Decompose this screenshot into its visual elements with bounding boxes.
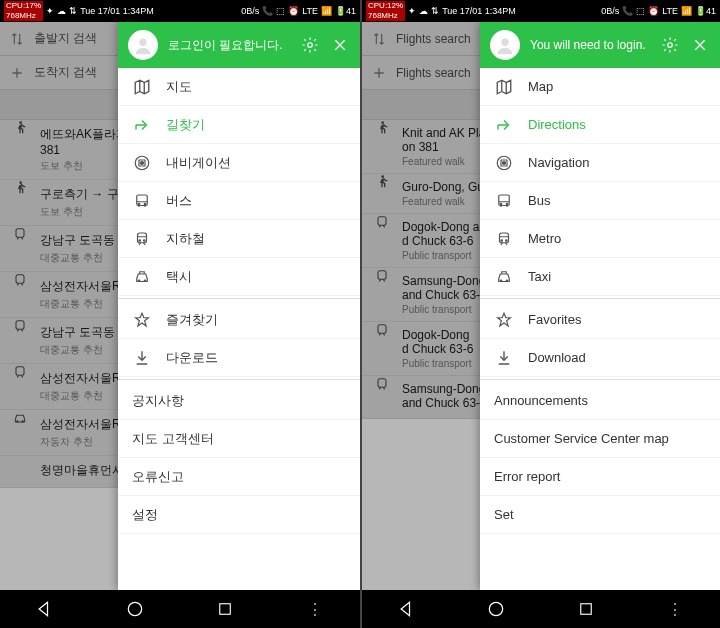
login-prompt[interactable]: You will need to login. (530, 38, 650, 52)
menu-label: Navigation (528, 155, 589, 170)
nav-recent-button[interactable] (213, 597, 237, 621)
cpu-tag: CPU:12%768MHz (366, 1, 405, 21)
settings-button[interactable] (300, 35, 320, 55)
menu-item-directions[interactable]: 길찾기 (118, 106, 360, 144)
directions-icon (132, 115, 152, 135)
svg-point-14 (144, 203, 146, 205)
bus-icon (132, 191, 152, 211)
phone-1: CPU:12%768MHz ✦ ☁⇅ Tue 17/01 1:34PM 0B/s… (360, 0, 720, 628)
menu-label: Set (494, 507, 514, 522)
svg-point-34 (506, 203, 508, 205)
nav-home-button[interactable] (123, 597, 147, 621)
menu-item-nav[interactable]: Navigation (480, 144, 720, 182)
menu-item-metro[interactable]: 지하철 (118, 220, 360, 258)
star-icon (494, 310, 514, 330)
menu-item-download[interactable]: 다운로드 (118, 339, 360, 377)
svg-point-33 (500, 203, 502, 205)
nav-back-button[interactable] (33, 597, 57, 621)
close-button[interactable] (690, 35, 710, 55)
nav-menu-button[interactable]: ⋮ (663, 597, 687, 621)
close-button[interactable] (330, 35, 350, 55)
metro-icon (132, 229, 152, 249)
menu-label: 지도 (166, 78, 192, 96)
menu-item-text[interactable]: Error report (480, 458, 720, 496)
menu-item-star[interactable]: 즐겨찾기 (118, 301, 360, 339)
menu-item-text[interactable]: 지도 고객센터 (118, 420, 360, 458)
phone-0: CPU:17%768MHz ✦ ☁⇅ Tue 17/01 1:34PM 0B/s… (0, 0, 360, 628)
nav-menu-button[interactable]: ⋮ (303, 597, 327, 621)
menu-item-text[interactable]: 공지사항 (118, 382, 360, 420)
menu-item-text[interactable]: Set (480, 496, 720, 534)
svg-point-20 (128, 602, 141, 615)
avatar[interactable] (128, 30, 158, 60)
svg-point-9 (308, 43, 313, 48)
menu-item-taxi[interactable]: 택시 (118, 258, 360, 296)
menu-item-nav[interactable]: 내비게이션 (118, 144, 360, 182)
menu-label: Favorites (528, 312, 581, 327)
divider (118, 379, 360, 380)
avatar[interactable] (490, 30, 520, 60)
side-drawer: You will need to login. Map Directions N… (480, 22, 720, 590)
drawer-header: 로그인이 필요합니다. (118, 22, 360, 68)
menu-label: Error report (494, 469, 560, 484)
menu-label: Announcements (494, 393, 588, 408)
menu-item-text[interactable]: Announcements (480, 382, 720, 420)
taxi-icon (132, 267, 152, 287)
svg-point-11 (141, 161, 144, 164)
menu-label: Metro (528, 231, 561, 246)
metro-icon (494, 229, 514, 249)
menu-label: 택시 (166, 268, 192, 286)
svg-point-28 (501, 39, 508, 46)
svg-point-39 (506, 280, 508, 282)
status-time: Tue 17/01 1:34PM (442, 6, 516, 16)
menu-label: 공지사항 (132, 392, 184, 410)
menu-label: 버스 (166, 192, 192, 210)
svg-point-40 (490, 602, 503, 615)
menu-item-bus[interactable]: Bus (480, 182, 720, 220)
svg-point-29 (668, 43, 673, 48)
svg-point-18 (138, 280, 140, 282)
drawer-body[interactable]: Map Directions Navigation Bus Metro Taxi… (480, 68, 720, 590)
login-prompt[interactable]: 로그인이 필요합니다. (168, 37, 290, 54)
menu-item-taxi[interactable]: Taxi (480, 258, 720, 296)
menu-item-bus[interactable]: 버스 (118, 182, 360, 220)
svg-point-31 (503, 161, 506, 164)
menu-label: 지도 고객센터 (132, 430, 214, 448)
menu-item-metro[interactable]: Metro (480, 220, 720, 258)
drawer-body[interactable]: 지도 길찾기 내비게이션 버스 지하철 택시 즐겨찾기 (118, 68, 360, 590)
menu-label: Bus (528, 193, 550, 208)
status-bar: CPU:17%768MHz ✦ ☁⇅ Tue 17/01 1:34PM 0B/s… (0, 0, 360, 22)
map-icon (494, 77, 514, 97)
nav-bar: ⋮ (0, 590, 360, 628)
menu-label: 지하철 (166, 230, 205, 248)
menu-label: 내비게이션 (166, 154, 231, 172)
menu-item-download[interactable]: Download (480, 339, 720, 377)
svg-point-37 (506, 239, 508, 241)
download-icon (494, 348, 514, 368)
nav-bar: ⋮ (362, 590, 720, 628)
taxi-icon (494, 267, 514, 287)
drawer-header: You will need to login. (480, 22, 720, 68)
cpu-tag: CPU:17%768MHz (4, 1, 43, 21)
battery-icon: 🔋41 (335, 6, 356, 16)
menu-item-text[interactable]: 설정 (118, 496, 360, 534)
menu-item-map[interactable]: Map (480, 68, 720, 106)
menu-label: 즐겨찾기 (166, 311, 218, 329)
menu-item-text[interactable]: 오류신고 (118, 458, 360, 496)
menu-item-text[interactable]: Customer Service Center map (480, 420, 720, 458)
menu-label: Map (528, 79, 553, 94)
menu-item-directions[interactable]: Directions (480, 106, 720, 144)
settings-button[interactable] (660, 35, 680, 55)
menu-item-map[interactable]: 지도 (118, 68, 360, 106)
menu-label: Taxi (528, 269, 551, 284)
menu-item-star[interactable]: Favorites (480, 301, 720, 339)
nav-home-button[interactable] (484, 597, 508, 621)
divider (480, 379, 720, 380)
menu-label: 설정 (132, 506, 158, 524)
menu-label: Customer Service Center map (494, 431, 669, 446)
menu-label: 다운로드 (166, 349, 218, 367)
nav-recent-button[interactable] (574, 597, 598, 621)
side-drawer: 로그인이 필요합니다. 지도 길찾기 내비게이션 버스 지하철 (118, 22, 360, 590)
nav-back-button[interactable] (395, 597, 419, 621)
svg-point-17 (144, 239, 146, 241)
